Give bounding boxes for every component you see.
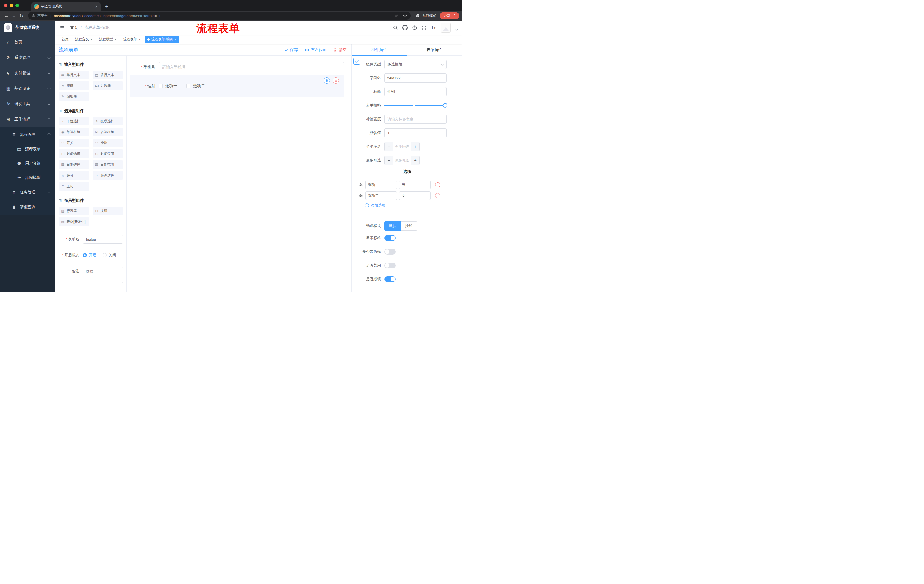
reload-icon[interactable] (18, 12, 25, 20)
component-item-slider[interactable]: ⊷滑块 (92, 138, 123, 147)
window-minimize-button[interactable] (10, 4, 13, 7)
minus-icon[interactable] (384, 156, 393, 165)
component-item-time-picker[interactable]: ◷时间选择 (59, 150, 89, 158)
address-bar[interactable]: 不安全 dashboard.yudao.iocoder.cn /bpm/mana… (28, 12, 411, 20)
canvas-field-gender-selected[interactable]: 性别 选项一 选项二 (130, 74, 344, 97)
breadcrumb-home[interactable]: 首页 (70, 25, 78, 30)
form-name-input[interactable] (83, 235, 123, 244)
tag-process-model[interactable]: 流程模型 (97, 36, 119, 43)
required-switch[interactable] (384, 276, 396, 282)
sidebar-item-leave-query[interactable]: ♟ 请假查询 (0, 200, 55, 215)
tab-component-props[interactable]: 组件属性 (351, 44, 407, 56)
component-item-counter[interactable]: 123计数器 (92, 81, 123, 90)
gender-option1-checkbox[interactable]: 选项一 (159, 84, 177, 89)
sidebar-item-workflow[interactable]: ⊞ 工作流程 (0, 112, 55, 127)
with-border-switch[interactable] (384, 249, 396, 255)
tab-form-props[interactable]: 表单属性 (407, 44, 462, 56)
back-icon[interactable] (3, 12, 10, 20)
drag-handle-icon[interactable] (358, 193, 363, 198)
status-off-radio[interactable]: 关闭 (102, 253, 116, 258)
close-icon[interactable] (115, 38, 117, 41)
component-item-date-range[interactable]: ▩日期范围 (92, 160, 123, 169)
component-item-time-range[interactable]: ◶时间范围 (92, 150, 123, 158)
option-style-default-button[interactable]: 默认 (384, 221, 401, 230)
data-bind-link-button[interactable] (353, 58, 360, 64)
forward-icon[interactable] (10, 12, 18, 20)
key-icon[interactable] (394, 14, 399, 18)
component-item-editor[interactable]: ✎编辑器 (59, 92, 89, 101)
delete-component-button[interactable] (333, 77, 339, 84)
sidebar-item-payment[interactable]: ¥ 支付管理 (0, 66, 55, 81)
sidebar-item-user-group[interactable]: ⚉ 用户分组 (0, 156, 55, 171)
canvas-field-phone[interactable]: 手机号 (130, 62, 344, 72)
tag-process-form[interactable]: 流程表单 (120, 36, 143, 43)
view-json-button[interactable]: 查看json (305, 48, 326, 53)
disabled-switch[interactable] (384, 263, 396, 268)
slider-handle[interactable] (443, 103, 447, 108)
component-item-password[interactable]: ∗密码 (59, 81, 89, 90)
sidebar-item-infrastructure[interactable]: ▦ 基础设施 (0, 81, 55, 96)
sidebar-item-home[interactable]: ⌂ 首页 (0, 35, 55, 50)
remove-option-button[interactable] (435, 193, 440, 198)
remove-option-button[interactable] (435, 182, 440, 188)
default-value-input[interactable] (384, 128, 447, 137)
form-grid-slider[interactable] (384, 101, 447, 110)
component-item-row-container[interactable]: ▥行容器 (59, 207, 89, 215)
avatar[interactable] (441, 23, 450, 33)
tag-process-definition[interactable]: 流程定义 (73, 36, 95, 43)
sidebar-item-system[interactable]: ⚙ 系统管理 (0, 50, 55, 66)
browser-tab[interactable]: 芋道管理系统 (31, 2, 101, 11)
new-tab-button[interactable] (105, 4, 108, 9)
title-input[interactable] (384, 87, 447, 96)
sidebar-item-devtools[interactable]: ⚒ 研发工具 (0, 96, 55, 112)
minus-icon[interactable] (384, 142, 393, 151)
tag-home[interactable]: 首页 (59, 36, 71, 43)
component-item-textarea[interactable]: ▤多行文本 (92, 71, 123, 79)
tab-close-icon[interactable] (95, 4, 98, 8)
save-button[interactable]: 保存 (284, 48, 298, 53)
phone-input[interactable] (159, 62, 344, 72)
show-label-switch[interactable] (384, 235, 396, 241)
browser-menu-icon[interactable] (452, 13, 457, 18)
add-option-button[interactable]: 添加选项 (365, 203, 462, 208)
hamburger-icon[interactable] (60, 25, 65, 30)
component-item-cascader[interactable]: ⋔级联选择 (92, 117, 123, 125)
tag-process-form-edit[interactable]: 流程表单-编辑 (145, 36, 179, 43)
option2-label-input[interactable] (365, 191, 397, 200)
component-item-select[interactable]: ▾下拉选择 (59, 117, 89, 125)
drag-handle-icon[interactable] (358, 183, 363, 187)
field-name-input[interactable] (384, 73, 447, 82)
component-item-button[interactable]: ⊡按钮 (92, 207, 123, 215)
option1-value-input[interactable] (399, 181, 431, 189)
window-close-button[interactable] (4, 4, 7, 7)
form-remark-textarea[interactable]: 嘿嘿 (83, 267, 123, 283)
sidebar-item-process-model[interactable]: ✈ 流程模型 (0, 171, 55, 185)
status-on-radio[interactable]: 开启 (83, 253, 96, 258)
slider-track[interactable] (384, 105, 447, 106)
component-item-table[interactable]: ▦表格[开发中] (59, 217, 89, 226)
update-button[interactable]: 更新 (440, 12, 459, 20)
component-item-radio-group[interactable]: ◉单选框组 (59, 128, 89, 136)
close-icon[interactable] (91, 38, 92, 41)
form-canvas[interactable]: 手机号 性别 选项一 选项二 (127, 56, 351, 292)
component-item-rate[interactable]: ☆评分 (59, 171, 89, 180)
plus-icon[interactable] (411, 142, 419, 151)
component-item-color-picker[interactable]: ◑颜色选择 (92, 171, 123, 180)
help-icon[interactable] (412, 25, 417, 30)
sidebar-item-process-form[interactable]: ▤ 流程表单 (0, 142, 55, 156)
close-icon[interactable] (139, 38, 141, 41)
plus-icon[interactable] (411, 156, 419, 165)
component-type-select[interactable]: 多选框组 (384, 60, 447, 69)
component-item-text-input[interactable]: ▭单行文本 (59, 71, 89, 79)
caret-down-icon[interactable] (455, 28, 458, 31)
component-item-checkbox-group[interactable]: ☑多选框组 (92, 128, 123, 136)
clear-button[interactable]: 清空 (333, 48, 347, 53)
github-icon[interactable] (402, 25, 408, 30)
component-item-upload[interactable]: ↥上传 (59, 182, 89, 191)
sidebar-item-task-management[interactable]: ⋔ 任务管理 (0, 185, 55, 200)
gender-option2-checkbox[interactable]: 选项二 (186, 84, 205, 89)
label-width-input[interactable] (384, 115, 447, 124)
fullscreen-icon[interactable] (421, 25, 427, 30)
option-style-button-button[interactable]: 按钮 (401, 221, 417, 230)
option1-label-input[interactable] (365, 181, 397, 189)
